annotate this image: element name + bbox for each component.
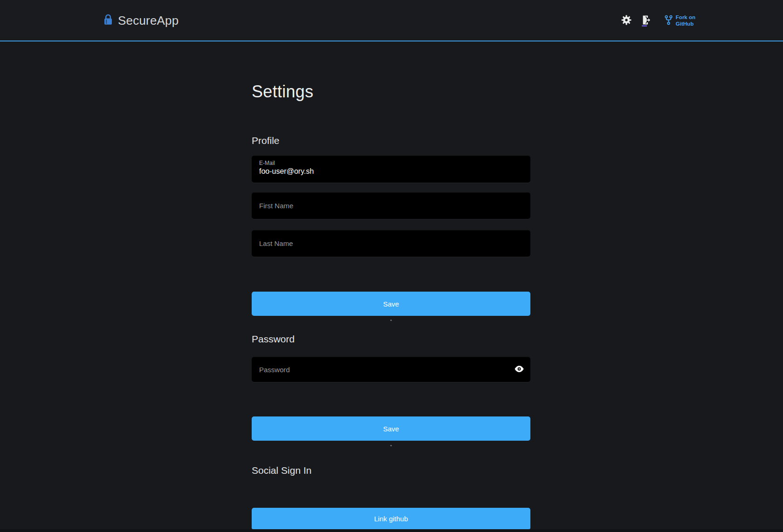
last-name-field[interactable] xyxy=(252,230,530,257)
fork-on-github-link[interactable]: Fork on GitHub xyxy=(664,14,695,27)
email-field[interactable]: E-Mail xyxy=(252,156,530,183)
settings-button[interactable] xyxy=(620,15,632,27)
password-input[interactable] xyxy=(252,357,530,382)
brand: SecureApp xyxy=(103,0,179,41)
email-label: E-Mail xyxy=(259,160,523,166)
header-actions: Fork on GitHub xyxy=(620,0,695,41)
first-name-field[interactable] xyxy=(252,192,530,219)
save-profile-button[interactable]: Save xyxy=(252,292,530,316)
page-title: Settings xyxy=(252,82,313,102)
password-field[interactable] xyxy=(252,357,530,382)
toggle-password-visibility-button[interactable] xyxy=(514,364,524,375)
window-bottom-edge xyxy=(0,529,783,532)
eye-icon xyxy=(514,364,524,375)
separator-dot xyxy=(391,445,392,446)
cursor-dash xyxy=(642,25,647,27)
save-password-button[interactable]: Save xyxy=(252,416,530,441)
profile-heading: Profile xyxy=(252,135,280,146)
last-name-input[interactable] xyxy=(252,230,530,257)
gear-icon xyxy=(621,14,632,27)
git-fork-icon xyxy=(664,15,673,27)
password-heading: Password xyxy=(252,334,295,345)
first-name-input[interactable] xyxy=(252,192,530,219)
lock-icon xyxy=(103,14,113,27)
separator-dot xyxy=(391,320,392,321)
fork-on-github-label: Fork on GitHub xyxy=(676,14,695,27)
email-input[interactable] xyxy=(259,167,523,176)
social-sign-in-heading: Social Sign In xyxy=(252,465,311,476)
link-github-button[interactable]: Link github xyxy=(252,508,530,529)
app-title: SecureApp xyxy=(118,14,179,28)
settings-page: Settings Profile E-Mail Save Password Sa… xyxy=(252,0,530,532)
